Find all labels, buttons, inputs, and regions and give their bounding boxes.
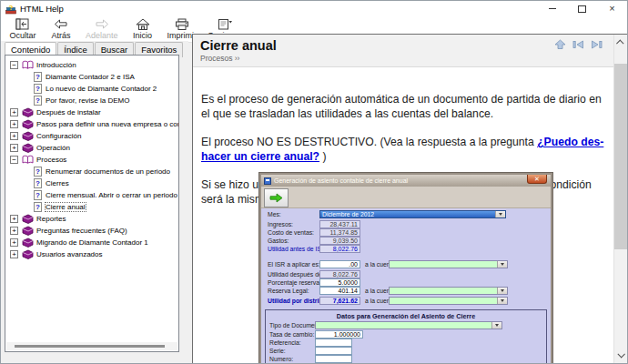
closed-book-icon: [22, 119, 34, 129]
expand-icon[interactable]: [10, 250, 18, 258]
isr-input[interactable]: .00: [319, 260, 360, 268]
isr-cuenta-combobox[interactable]: [389, 260, 508, 268]
tree-item-label: Después de instalar: [36, 108, 101, 116]
tree-item-migrando[interactable]: Migrando de Diamante Contador 1: [5, 237, 178, 248]
green-arrow-icon: [269, 193, 283, 203]
close-button[interactable]: ×: [597, 1, 627, 16]
nav-previous-icon[interactable]: [572, 39, 584, 50]
content-scrollbar[interactable]: [613, 35, 627, 363]
back-button[interactable]: Atrás: [42, 17, 80, 41]
nav-up-icon[interactable]: [554, 39, 566, 50]
printer-icon: [175, 18, 189, 30]
forward-button-label: Adelante: [86, 31, 118, 40]
dialog-title: Generación de asiento contable de cierre…: [274, 177, 408, 184]
mes-label: Mes:: [268, 211, 281, 217]
hide-button[interactable]: Ocultar: [4, 17, 42, 41]
tree-item-diamante-contador[interactable]: ? Diamante Contador 2 e ISA: [5, 71, 178, 83]
tree-item-configuracion[interactable]: Configuración: [5, 130, 178, 142]
dialog-run-button[interactable]: [264, 188, 289, 207]
combo-arrow-icon[interactable]: [497, 298, 507, 304]
referencia-row: Referencia:: [269, 339, 542, 347]
forward-arrow-icon: [95, 18, 109, 30]
section-title: Datos para Generación del Asiento de Cie…: [266, 312, 546, 320]
tree-item-lo-nuevo[interactable]: ? Lo nuevo de Diamante Contador 2: [5, 83, 178, 95]
tree-scrollbar-thumb[interactable]: [15, 345, 165, 348]
svg-text:?: ?: [35, 203, 40, 211]
mes-row: Mes: Diciembre de 2012: [268, 210, 546, 218]
tree-item-label: Configuración: [36, 132, 81, 140]
porcentaje-input[interactable]: 5.0000: [319, 278, 360, 287]
nav-next-icon[interactable]: [591, 39, 603, 50]
breadcrumb[interactable]: Procesos ››: [200, 54, 613, 63]
tree-item-label: Por favor, revise la DEMO: [46, 96, 129, 105]
mes-value: Diciembre de 2012: [322, 211, 374, 217]
expand-icon[interactable]: [10, 238, 18, 247]
distribuir-cuenta-combobox[interactable]: [389, 297, 508, 305]
reserva-cuenta-combobox[interactable]: [389, 287, 508, 295]
tree-item-introduccion[interactable]: Introducción: [5, 59, 178, 71]
maximize-button[interactable]: [567, 1, 597, 16]
tree-item-label: Migrando de Diamante Contador 1: [36, 238, 148, 247]
html-help-window: ? HTML Help × Ocultar Atrás Adelante Ini…: [0, 0, 628, 364]
tree-item-operacion[interactable]: Operación: [5, 142, 178, 154]
scroll-down-button[interactable]: [614, 348, 627, 362]
combo-arrow-icon[interactable]: [495, 211, 505, 217]
tree-item-label: Diamante Contador 2 e ISA: [46, 73, 135, 81]
open-book-icon: [22, 155, 34, 165]
tree-horizontal-scrollbar[interactable]: [6, 342, 177, 350]
scroll-up-button[interactable]: [614, 35, 627, 50]
dialog-close-button[interactable]: ✕: [527, 175, 547, 184]
tree-item-cierres[interactable]: ? Cierres: [5, 177, 178, 189]
tree-item-reportes[interactable]: Reportes: [5, 213, 178, 225]
expand-icon[interactable]: [10, 120, 18, 128]
chevron-up-icon: [616, 39, 623, 46]
mes-combobox[interactable]: Diciembre de 2012: [319, 210, 506, 218]
topic-header: Cierre anual Procesos ››: [193, 35, 613, 67]
referencia-input[interactable]: [315, 339, 352, 347]
collapse-icon[interactable]: [10, 156, 18, 164]
utilidad-antes-field: 8,022.76: [319, 245, 360, 253]
ingresos-field: 28,437.11: [319, 220, 360, 228]
scrollbar-thumb[interactable]: [614, 64, 627, 249]
tree-item-cierre-mensual[interactable]: ? Cierre mensual. Abrir o cerrar un peri…: [5, 189, 178, 201]
tree-item-procesos[interactable]: Procesos: [5, 154, 178, 166]
ingresos-label: Ingresos:: [268, 221, 293, 228]
tree-item-label: Renumerar documentos de un periodo: [46, 167, 170, 176]
combo-arrow-icon[interactable]: [497, 261, 507, 268]
tasa-cambio-input[interactable]: 1.000000: [315, 330, 363, 339]
dialog-titlebar: Generación de asiento contable de cierre…: [261, 175, 551, 187]
minimize-button[interactable]: [537, 1, 567, 16]
tipo-documento-row: Tipo de Documento:: [269, 321, 542, 329]
tree-item-label: Cierre mensual. Abrir o cerrar un period…: [46, 191, 179, 199]
tree-item-despues-instalar[interactable]: Después de instalar: [5, 106, 178, 118]
tree-item-faq[interactable]: Preguntas frecuentes (FAQ): [5, 225, 178, 237]
tree-item-usuarios-avanzados[interactable]: Usuarios avanzados: [5, 248, 178, 260]
numero-input[interactable]: [315, 355, 352, 363]
paragraph-1: Es el proceso de generación automática d…: [201, 92, 607, 121]
expand-icon[interactable]: [10, 215, 18, 223]
tree-item-revise-demo[interactable]: ? Por favor, revise la DEMO: [5, 95, 178, 106]
serie-input[interactable]: [315, 347, 352, 355]
home-button[interactable]: Inicio: [124, 17, 162, 41]
tree-item-label: Reportes: [36, 215, 66, 223]
contents-tree: Introducción ? Diamante Contador 2 e ISA…: [5, 55, 179, 352]
expand-icon[interactable]: [10, 108, 18, 116]
combo-arrow-icon[interactable]: [491, 322, 501, 329]
expand-icon[interactable]: [10, 144, 18, 152]
tree-item-pasos-definir[interactable]: Pasos para definir una nueva empresa o c…: [5, 118, 178, 130]
reserva-input[interactable]: 401.14: [319, 287, 360, 295]
expand-icon[interactable]: [10, 132, 18, 140]
combo-arrow-icon[interactable]: [497, 288, 507, 294]
tree-item-renumerar[interactable]: ? Renumerar documentos de un periodo: [5, 166, 178, 177]
cierre-anual-dialog-screenshot: Generación de asiento contable de cierre…: [259, 173, 552, 363]
window-titlebar: ? HTML Help ×: [1, 1, 627, 16]
collapse-icon[interactable]: [10, 61, 18, 69]
reserva-row: Reserva Legal: 401.14 a la cuenta:: [268, 287, 546, 295]
expand-icon[interactable]: [10, 227, 18, 235]
tree-item-label: Introducción: [36, 61, 76, 69]
tree-item-cierre-anual[interactable]: ? Cierre anual: [5, 201, 178, 213]
tree-item-label: Procesos: [36, 156, 66, 164]
back-arrow-icon: [54, 18, 68, 30]
question-page-icon: ?: [34, 72, 42, 82]
tipo-documento-combobox[interactable]: [315, 321, 502, 329]
